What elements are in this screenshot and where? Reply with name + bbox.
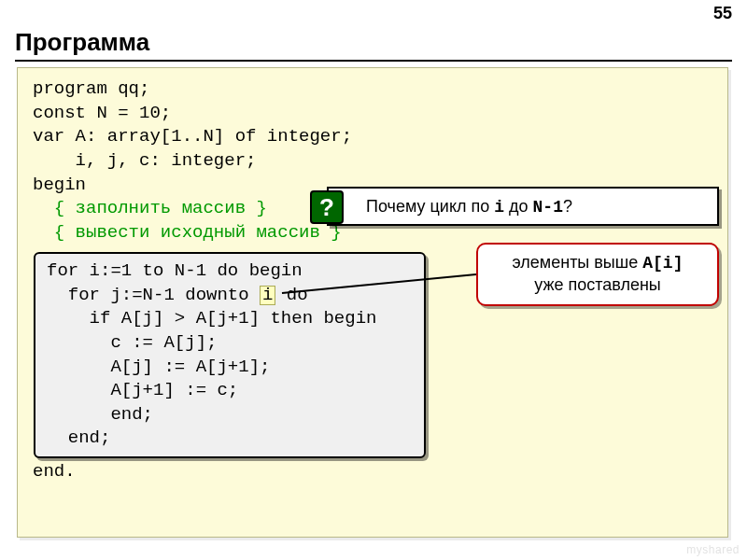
question-text: Почему цикл по i до N-1? bbox=[366, 197, 572, 217]
highlight-i: i bbox=[260, 286, 275, 305]
code-line: A[j] := A[j+1]; bbox=[47, 357, 270, 377]
code-line: A[j+1] := c; bbox=[47, 380, 238, 400]
code-line: begin bbox=[33, 175, 86, 195]
code-line: end; bbox=[47, 427, 110, 448]
code-line: program qq; bbox=[33, 78, 149, 99]
slide-title: Программа bbox=[15, 28, 149, 57]
callout-arrow bbox=[280, 273, 486, 301]
code-line: if A[j] > A[j+1] then begin bbox=[47, 308, 376, 329]
code-line: end. bbox=[33, 461, 76, 482]
code-line: for i:=1 to N-1 do begin bbox=[47, 260, 303, 281]
code-line: for j:=N-1 downto i do bbox=[47, 285, 308, 305]
question-mark-icon: ? bbox=[310, 190, 344, 224]
code-line: i, j, c: integer; bbox=[33, 150, 256, 171]
answer-line2: уже поставлены bbox=[534, 275, 661, 294]
title-underline bbox=[15, 60, 732, 62]
code-line: var A: array[1..N] of integer; bbox=[33, 126, 352, 147]
page-number: 55 bbox=[713, 4, 732, 23]
code-line: c := A[j]; bbox=[47, 332, 217, 353]
watermark: myshared bbox=[686, 543, 740, 556]
code-line: end; bbox=[47, 404, 153, 425]
answer-callout: элементы выше A[i] уже поставлены bbox=[476, 243, 719, 306]
svg-line-0 bbox=[282, 274, 476, 293]
answer-line1: элементы выше A[i] bbox=[513, 253, 684, 272]
code-line: const N = 10; bbox=[33, 103, 171, 123]
code-comment: { вывести исходный массив } bbox=[33, 222, 342, 243]
question-callout: ? Почему цикл по i до N-1? bbox=[327, 187, 719, 226]
code-comment: { заполнить массив } bbox=[33, 198, 267, 218]
